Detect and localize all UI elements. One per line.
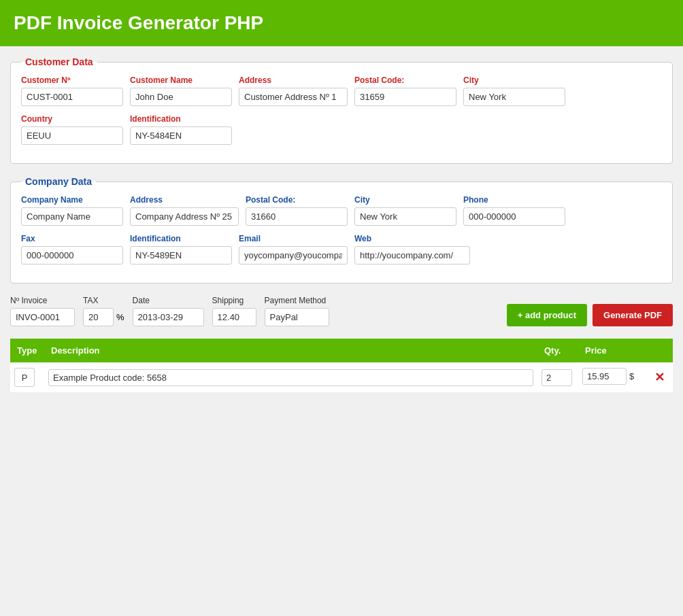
- col-delete-header: [646, 339, 673, 362]
- company-city-group: City: [354, 195, 456, 226]
- invoice-section: Nº Invoice TAX % Date Shipping Payment M…: [10, 296, 673, 326]
- company-web-group: Web: [354, 234, 470, 264]
- company-phone-label: Phone: [463, 195, 565, 205]
- no-invoice-input[interactable]: [10, 308, 75, 326]
- delete-row-button[interactable]: ✕: [650, 369, 669, 386]
- company-postal-group: Postal Code:: [246, 195, 348, 226]
- customer-section: Customer Data Customer Nº Customer Name …: [10, 56, 673, 164]
- table-row: P $ ✕: [10, 362, 673, 393]
- row-type-cell: P: [10, 362, 44, 393]
- customer-postal-group: Postal Code:: [354, 75, 456, 106]
- row-delete-cell: ✕: [646, 362, 673, 393]
- company-phone-input[interactable]: [463, 207, 565, 226]
- customer-country-group: Country: [21, 114, 123, 145]
- customer-name-input[interactable]: [130, 88, 232, 106]
- customer-identification-group: Identification: [130, 114, 232, 145]
- shipping-group: Shipping: [212, 296, 256, 326]
- price-input[interactable]: [582, 368, 627, 385]
- shipping-label: Shipping: [212, 296, 256, 305]
- row-description-cell: [44, 362, 537, 393]
- customer-no-group: Customer Nº: [21, 75, 123, 106]
- table-header-row: Type Description Qty. Price: [10, 339, 673, 362]
- customer-postal-label: Postal Code:: [354, 75, 456, 85]
- company-identification-input[interactable]: [130, 246, 232, 264]
- customer-postal-input[interactable]: [354, 88, 456, 106]
- company-email-group: Email: [239, 234, 348, 264]
- company-city-label: City: [354, 195, 456, 205]
- customer-no-input[interactable]: [21, 88, 123, 106]
- customer-address-input[interactable]: [239, 88, 348, 106]
- tax-label: TAX: [83, 296, 124, 305]
- customer-address-label: Address: [239, 75, 348, 85]
- tax-input[interactable]: [83, 308, 114, 326]
- description-input[interactable]: [48, 369, 533, 386]
- col-type-header: Type: [10, 339, 44, 362]
- generate-pdf-button[interactable]: Generate PDF: [593, 304, 673, 326]
- col-price-header: Price: [578, 339, 646, 362]
- no-invoice-group: Nº Invoice: [10, 296, 75, 326]
- customer-city-group: City: [463, 75, 565, 106]
- company-identification-group: Identification: [130, 234, 232, 264]
- company-fax-group: Fax: [21, 234, 123, 264]
- invoice-buttons: + add product Generate PDF: [507, 304, 673, 326]
- company-name-input[interactable]: [21, 207, 123, 226]
- company-section: Company Data Company Name Address Postal…: [10, 176, 673, 284]
- company-address-group: Address: [130, 195, 239, 226]
- customer-country-label: Country: [21, 114, 123, 124]
- company-address-label: Address: [130, 195, 239, 205]
- qty-input[interactable]: [542, 369, 572, 386]
- type-box: P: [14, 368, 35, 387]
- customer-city-input[interactable]: [463, 88, 565, 106]
- company-identification-label: Identification: [130, 234, 232, 243]
- customer-address-group: Address: [239, 75, 348, 106]
- company-email-label: Email: [239, 234, 348, 243]
- payment-method-label: Payment Method: [265, 296, 329, 305]
- row-qty-cell: [537, 362, 578, 393]
- date-group: Date: [133, 296, 204, 326]
- no-invoice-label: Nº Invoice: [10, 296, 75, 305]
- company-address-input[interactable]: [130, 207, 239, 226]
- customer-country-input[interactable]: [21, 126, 123, 145]
- tax-symbol: %: [116, 312, 124, 326]
- col-description-header: Description: [44, 339, 537, 362]
- add-product-button[interactable]: + add product: [507, 304, 587, 326]
- company-city-input[interactable]: [354, 207, 456, 226]
- dollar-sign: $: [629, 371, 634, 381]
- customer-legend: Customer Data: [21, 56, 97, 67]
- company-fax-label: Fax: [21, 234, 123, 243]
- company-postal-label: Postal Code:: [246, 195, 348, 205]
- company-name-label: Company Name: [21, 195, 123, 205]
- company-email-input[interactable]: [239, 246, 348, 264]
- customer-name-group: Customer Name: [130, 75, 232, 106]
- company-web-label: Web: [354, 234, 470, 243]
- customer-no-label: Customer Nº: [21, 75, 123, 85]
- shipping-input[interactable]: [212, 308, 256, 326]
- customer-identification-input[interactable]: [130, 126, 232, 145]
- payment-method-group: Payment Method: [265, 296, 329, 326]
- app-header: PDF Invoice Generator PHP: [0, 0, 683, 46]
- customer-name-label: Customer Name: [130, 75, 232, 85]
- company-fax-input[interactable]: [21, 246, 123, 264]
- payment-method-input[interactable]: [265, 308, 329, 326]
- company-postal-input[interactable]: [246, 207, 348, 226]
- customer-identification-label: Identification: [130, 114, 232, 124]
- tax-group: TAX %: [83, 296, 124, 326]
- date-input[interactable]: [133, 308, 204, 326]
- product-table: Type Description Qty. Price P: [10, 339, 673, 393]
- app-title: PDF Invoice Generator PHP: [14, 12, 263, 33]
- company-legend: Company Data: [21, 176, 96, 187]
- company-name-group: Company Name: [21, 195, 123, 226]
- row-price-cell: $: [578, 362, 646, 390]
- col-qty-header: Qty.: [537, 339, 578, 362]
- company-phone-group: Phone: [463, 195, 565, 226]
- date-label: Date: [133, 296, 204, 305]
- company-web-input[interactable]: [354, 246, 470, 264]
- customer-city-label: City: [463, 75, 565, 85]
